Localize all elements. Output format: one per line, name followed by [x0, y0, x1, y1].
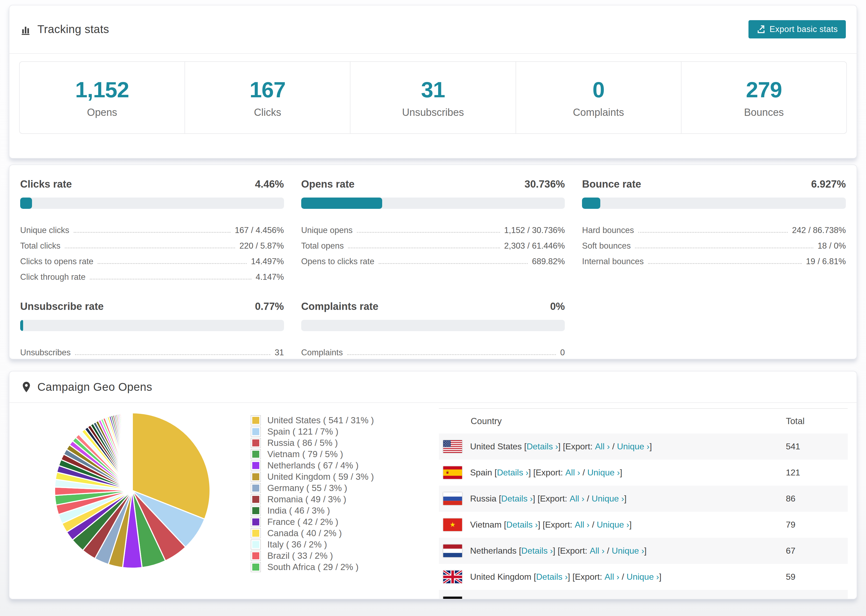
export-all-link[interactable]: All ›	[570, 494, 584, 504]
flag-es-icon	[443, 466, 462, 479]
dotted-leader	[74, 232, 230, 233]
export-unique-link[interactable]: Unique ›	[612, 546, 644, 556]
page-title: Tracking stats	[38, 23, 109, 36]
bracket: ]	[629, 520, 632, 530]
rate-progress-track	[20, 198, 284, 209]
stat-complaints: 0 Complaints	[516, 62, 682, 133]
pie-slice[interactable]	[132, 413, 132, 490]
legend-item-italy: Italy ( 36 / 2% )	[251, 540, 374, 549]
rate-row: Unique clicks167 / 4.456%	[20, 220, 284, 235]
rate-row-value: 689.82%	[532, 257, 565, 266]
tracking-stats-page: { "colors": { "accent": "#18899c", "link…	[0, 0, 866, 616]
legend-label: France ( 42 / 2% )	[267, 517, 339, 527]
total-cell: 86	[786, 494, 848, 504]
legend-item-brazil: Brazil ( 33 / 2% )	[251, 551, 374, 560]
country-name: Russia	[470, 494, 499, 504]
details-link[interactable]: Details ›	[497, 468, 529, 478]
export-unique-link[interactable]: Unique ›	[601, 598, 633, 599]
legend-swatch	[251, 517, 261, 527]
rate-rows: Unique opens1,152 / 30.736%Total opens2,…	[301, 220, 565, 266]
bracket: ] [Export:	[542, 598, 579, 599]
geo-title-wrap: Campaign Geo Opens	[20, 380, 152, 393]
rate-row-value: 18 / 0%	[817, 241, 846, 251]
details-link[interactable]: Details ›	[510, 598, 542, 599]
bracket: ] [Export:	[538, 520, 575, 530]
rate-progress-fill	[20, 198, 32, 209]
legend-swatch	[251, 438, 261, 448]
stat-bounces: 279 Bounces	[682, 62, 846, 133]
rate-row-value: 14.497%	[251, 257, 284, 266]
legend-swatch-color	[252, 439, 259, 446]
legend-item-united-kingdom: United Kingdom ( 59 / 3% )	[251, 472, 374, 481]
export-all-link[interactable]: All ›	[565, 468, 580, 478]
export-unique-link[interactable]: Unique ›	[597, 520, 629, 530]
rate-progress-track	[301, 320, 565, 331]
tracking-stats-title: Tracking stats	[20, 23, 109, 36]
rate-row-value: 1,152 / 30.736%	[504, 225, 565, 235]
legend-label: South Africa ( 29 / 2% )	[267, 562, 359, 572]
dotted-leader	[638, 232, 788, 233]
export-unique-link[interactable]: Unique ›	[592, 494, 624, 504]
dotted-leader	[347, 354, 556, 355]
clicks-label: Clicks	[254, 107, 281, 118]
rate-value: 0%	[550, 301, 565, 312]
export-all-link[interactable]: All ›	[579, 598, 594, 599]
rate-row-label: Hard bounces	[582, 225, 634, 235]
details-link[interactable]: Details ›	[527, 442, 558, 451]
legend-item-spain: Spain ( 121 / 7% )	[251, 427, 374, 436]
geo-content: United States ( 541 / 31% )Spain ( 121 /…	[9, 403, 857, 599]
export-all-link[interactable]: All ›	[590, 546, 605, 556]
export-unique-link[interactable]: Unique ›	[587, 468, 620, 478]
rate-progress-track	[582, 198, 846, 209]
bracket: ] [Export:	[529, 468, 565, 478]
rate-head: Opens rate30.736%	[301, 178, 565, 190]
details-link[interactable]: Details ›	[536, 572, 567, 582]
bracket: [	[524, 442, 527, 451]
rate-row: Soft bounces18 / 0%	[582, 235, 846, 251]
rate-row: Total opens2,303 / 61.446%	[301, 235, 565, 251]
rate-row-value: 4.147%	[256, 272, 284, 282]
details-link[interactable]: Details ›	[506, 520, 538, 530]
rate-row-label: Opens to clicks rate	[301, 257, 375, 266]
bracket: [	[494, 468, 497, 478]
flag-gb-icon	[443, 570, 462, 583]
export-all-link[interactable]: All ›	[595, 442, 610, 451]
table-row-ru: Russia [Details ›] [Export: All › / Uniq…	[439, 486, 848, 512]
rate-head: Complaints rate0%	[301, 301, 565, 312]
legend-swatch	[251, 483, 261, 493]
rate-head: Clicks rate4.46%	[20, 178, 284, 190]
legend-swatch-color	[252, 428, 259, 435]
details-link[interactable]: Details ›	[501, 494, 533, 504]
rate-rows: Unique clicks167 / 4.456%Total clicks220…	[20, 220, 284, 282]
bracket: [	[519, 546, 521, 556]
legend-swatch-color	[252, 473, 259, 480]
rate-title: Complaints rate	[301, 301, 378, 312]
rate-row: Opens to clicks rate689.82%	[301, 251, 565, 266]
legend-swatch-color	[252, 417, 259, 424]
export-basic-stats-button[interactable]: Export basic stats	[748, 20, 846, 38]
table-row-vn: Vietnam [Details ›] [Export: All › / Uni…	[439, 512, 848, 538]
bracket: [	[499, 494, 501, 504]
total-cell: 541	[786, 442, 848, 451]
bracket: [	[504, 520, 506, 530]
geo-opens-pie-chart[interactable]	[54, 412, 211, 569]
rate-progress-fill	[20, 320, 23, 331]
rate-row-label: Internal bounces	[582, 257, 644, 266]
legend-label: Italy ( 36 / 2% )	[267, 539, 327, 550]
rate-head: Bounce rate6.927%	[582, 178, 846, 190]
export-all-link[interactable]: All ›	[575, 520, 589, 530]
legend-swatch	[251, 528, 261, 538]
dotted-leader	[379, 263, 527, 264]
legend-item-germany: Germany ( 55 / 3% )	[251, 484, 374, 492]
map-marker-icon	[20, 381, 33, 393]
details-link[interactable]: Details ›	[521, 546, 553, 556]
export-all-link[interactable]: All ›	[605, 572, 619, 582]
export-unique-link[interactable]: Unique ›	[617, 442, 650, 451]
legend-swatch	[251, 494, 261, 504]
export-unique-link[interactable]: Unique ›	[627, 572, 659, 582]
bracket: ]	[659, 572, 661, 582]
legend-label: Netherlands ( 67 / 4% )	[267, 460, 359, 471]
table-row-gb: United Kingdom [Details ›] [Export: All …	[439, 564, 848, 590]
tracking-stats-header: Tracking stats Export basic stats	[9, 5, 857, 53]
slash: /	[619, 572, 627, 582]
